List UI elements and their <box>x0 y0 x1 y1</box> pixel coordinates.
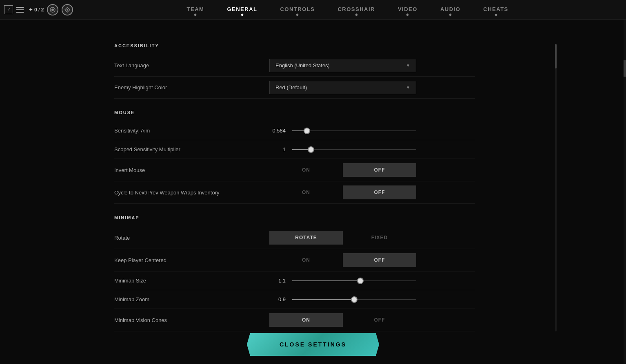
settings-panel[interactable]: ACCESSIBILITY Text Language English (Uni… <box>114 32 482 331</box>
minimap-size-value: 1.1 <box>269 278 286 284</box>
rotate-control: Rotate Fixed <box>269 231 475 245</box>
minimap-size-control: 1.1 <box>269 278 475 284</box>
row-scoped-sensitivity: Scoped Sensitivity Multiplier 1 <box>114 140 475 159</box>
keep-centered-toggle: On Off <box>269 253 416 267</box>
keep-off-btn[interactable]: Off <box>343 253 416 267</box>
keep-centered-label: Keep Player Centered <box>114 257 269 263</box>
dropdown-arrow-language: ▼ <box>406 63 410 68</box>
row-sensitivity: Sensitivity: Aim 0.584 <box>114 121 475 140</box>
row-minimap-size: Minimap Size 1.1 <box>114 271 475 290</box>
minimap-zoom-slider[interactable] <box>292 299 416 300</box>
tab-dot-cheats <box>494 13 497 16</box>
star-icon: ✦ <box>29 7 33 13</box>
minimap-size-fill <box>292 280 360 281</box>
keep-on-btn[interactable]: On <box>269 253 343 267</box>
vision-cones-label: Minimap Vision Cones <box>114 317 269 323</box>
text-language-control: English (United States) ▼ <box>269 59 475 72</box>
cycle-off-btn[interactable]: Off <box>343 185 416 199</box>
tab-dot-team <box>194 13 197 16</box>
cycle-weapon-label: Cycle to Next/Prev Weapon Wraps Inventor… <box>114 190 269 196</box>
check-icon[interactable]: ✓ <box>4 5 13 14</box>
minimap-zoom-value: 0.9 <box>269 296 286 302</box>
row-cycle-weapon: Cycle to Next/Prev Weapon Wraps Inventor… <box>114 181 475 204</box>
minimap-zoom-control: 0.9 <box>269 296 475 302</box>
text-language-label: Text Language <box>114 62 269 68</box>
edge-scrollbar-thumb[interactable] <box>624 60 626 77</box>
tab-controls[interactable]: CONTROLS <box>269 1 326 18</box>
dropdown-arrow-highlight: ▼ <box>406 85 410 90</box>
rotate-fixed-btn[interactable]: Fixed <box>343 231 416 245</box>
minimap-size-label: Minimap Size <box>114 278 269 284</box>
tab-dot-audio <box>449 13 452 16</box>
vision-off-btn[interactable]: Off <box>343 313 416 327</box>
tab-dot-video <box>406 13 409 16</box>
score-badge: ✦ 0 / 2 <box>29 7 44 13</box>
svg-point-1 <box>51 9 54 11</box>
scoped-thumb[interactable] <box>308 146 314 153</box>
tab-crosshair[interactable]: CROSSHAIR <box>326 1 386 18</box>
vision-cones-control: On Off <box>269 313 475 327</box>
tab-dot-controls <box>296 13 299 16</box>
cycle-weapon-control: On Off <box>269 185 475 199</box>
scoped-slider[interactable] <box>292 149 416 150</box>
close-settings-button[interactable]: CLOSE SETTINGS <box>247 333 379 356</box>
tab-audio[interactable]: AUDIO <box>429 1 472 18</box>
sensitivity-label: Sensitivity: Aim <box>114 128 269 134</box>
sensitivity-value: 0.584 <box>269 128 286 134</box>
sensitivity-control: 0.584 <box>269 128 475 134</box>
score-value: 0 / 2 <box>34 7 44 13</box>
invert-on-btn[interactable]: On <box>269 163 343 177</box>
row-invert-mouse: Invert Mouse On Off <box>114 159 475 181</box>
scoped-value: 1 <box>269 146 286 152</box>
enemy-highlight-label: Enemy Highlight Color <box>114 84 269 90</box>
menu-icon[interactable] <box>16 5 25 14</box>
rotate-label: Rotate <box>114 235 269 241</box>
main-content: ACCESSIBILITY Text Language English (Uni… <box>0 20 626 364</box>
svg-point-2 <box>67 9 68 11</box>
row-text-language: Text Language English (United States) ▼ <box>114 55 475 77</box>
cycle-on-btn[interactable]: On <box>269 185 343 199</box>
ability-icon-1[interactable] <box>47 4 58 15</box>
keep-centered-control: On Off <box>269 253 475 267</box>
invert-off-btn[interactable]: Off <box>343 163 416 177</box>
tab-general[interactable]: GENERAL <box>215 1 269 18</box>
vision-on-btn[interactable]: On <box>269 313 343 327</box>
tab-team[interactable]: TEAM <box>175 1 216 18</box>
top-bar: ✓ ✦ 0 / 2 TEAM GENERAL CONTROLS CROSSHAI <box>0 0 626 20</box>
minimap-zoom-slider-group: 0.9 <box>269 296 416 302</box>
edge-scrollbar[interactable] <box>624 20 626 364</box>
ability-icon-2[interactable] <box>62 4 73 15</box>
sensitivity-slider[interactable] <box>292 130 416 131</box>
minimap-size-thumb[interactable] <box>357 278 364 284</box>
tab-cheats[interactable]: CHEATS <box>472 1 519 18</box>
tab-dot-crosshair <box>355 13 358 16</box>
close-settings-container: CLOSE SETTINGS <box>247 333 379 356</box>
enemy-highlight-value: Red (Default) <box>275 84 307 90</box>
rotate-rotate-btn[interactable]: Rotate <box>269 231 343 245</box>
scrollbar-thumb[interactable] <box>555 44 557 68</box>
minimap-zoom-thumb[interactable] <box>351 296 357 303</box>
row-minimap-zoom: Minimap Zoom 0.9 <box>114 290 475 309</box>
minimap-zoom-fill <box>292 299 354 300</box>
scoped-sensitivity-control: 1 <box>269 146 475 152</box>
minimap-zoom-label: Minimap Zoom <box>114 296 269 302</box>
sensitivity-thumb[interactable] <box>304 128 310 134</box>
row-rotate: Rotate Rotate Fixed <box>114 227 475 249</box>
section-accessibility-title: ACCESSIBILITY <box>114 43 475 50</box>
nav-tabs: TEAM GENERAL CONTROLS CROSSHAIR VIDEO AU… <box>73 1 622 18</box>
invert-mouse-control: On Off <box>269 163 475 177</box>
sensitivity-slider-group: 0.584 <box>269 128 416 134</box>
top-bar-left: ✓ ✦ 0 / 2 <box>4 4 73 15</box>
minimap-size-slider[interactable] <box>292 280 416 281</box>
tab-video[interactable]: VIDEO <box>386 1 429 18</box>
enemy-highlight-control: Red (Default) ▼ <box>269 81 475 94</box>
minimap-size-slider-group: 1.1 <box>269 278 416 284</box>
text-language-value: English (United States) <box>275 62 330 68</box>
invert-mouse-label: Invert Mouse <box>114 167 269 173</box>
row-vision-cones: Minimap Vision Cones On Off <box>114 309 475 331</box>
text-language-dropdown[interactable]: English (United States) ▼ <box>269 59 416 72</box>
right-scrollbar[interactable] <box>555 44 557 331</box>
enemy-highlight-dropdown[interactable]: Red (Default) ▼ <box>269 81 416 94</box>
row-keep-centered: Keep Player Centered On Off <box>114 249 475 271</box>
section-mouse-title: MOUSE <box>114 110 475 117</box>
